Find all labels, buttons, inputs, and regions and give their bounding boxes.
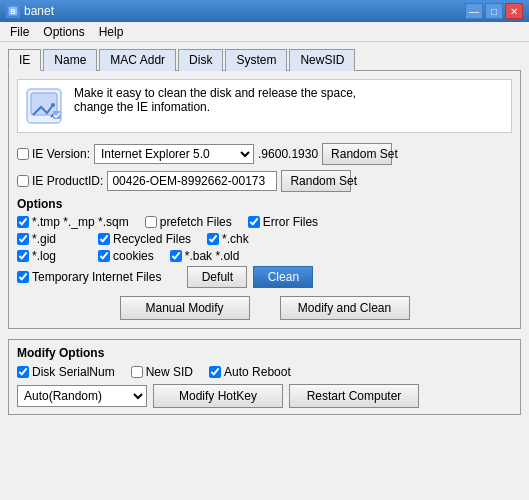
opt-bak: *.bak *.old <box>170 249 240 263</box>
modify-options-title: Modify Options <box>17 346 512 360</box>
opt-log: *.log <box>17 249 56 263</box>
opt-recycled-cb[interactable] <box>98 233 110 245</box>
info-section: Make it easy to clean the disk and relea… <box>17 79 512 133</box>
restart-computer-btn[interactable]: Restart Computer <box>289 384 419 408</box>
new-sid-label: New SID <box>131 365 193 379</box>
ie-version-label: IE Version: <box>32 147 90 161</box>
opt-cookies: cookies <box>98 249 154 263</box>
new-sid-text: New SID <box>146 365 193 379</box>
ie-version-row: IE Version: Internet Explorer 5.0 Intern… <box>17 143 512 165</box>
ie-productid-checkbox[interactable] <box>17 175 29 187</box>
svg-point-4 <box>51 103 55 107</box>
clean-btn[interactable]: Clean <box>253 266 313 288</box>
close-button[interactable]: ✕ <box>505 3 523 19</box>
svg-text:B: B <box>10 8 15 15</box>
opt-prefetch-cb[interactable] <box>145 216 157 228</box>
options-title: Options <box>17 197 512 211</box>
ie-productid-label: IE ProductID: <box>32 174 103 188</box>
modify-bottom-row: Auto(Random) Manual Modify HotKey Restar… <box>17 384 512 408</box>
modify-options-checkboxes: Disk SerialNum New SID Auto Reboot <box>17 365 512 379</box>
maximize-button[interactable]: □ <box>485 3 503 19</box>
opt-temp-label: Temporary Internet Files <box>32 270 161 284</box>
auto-reboot-cb[interactable] <box>209 366 221 378</box>
menu-help[interactable]: Help <box>93 24 130 40</box>
window-controls: — □ ✕ <box>465 3 523 19</box>
ie-panel: Make it easy to clean the disk and relea… <box>8 71 521 329</box>
opt-temp-cb[interactable] <box>17 271 29 283</box>
opt-tmp-cb[interactable] <box>17 216 29 228</box>
opt-tmp-label: *.tmp *._mp *.sqm <box>32 215 129 229</box>
auto-reboot-label: Auto Reboot <box>209 365 291 379</box>
ie-version-checkbox[interactable] <box>17 148 29 160</box>
disk-serialnum-cb[interactable] <box>17 366 29 378</box>
opt-bak-cb[interactable] <box>170 250 182 262</box>
opt-gid-cb[interactable] <box>17 233 29 245</box>
disk-serialnum-label: Disk SerialNum <box>17 365 115 379</box>
opt-error: Error Files <box>248 215 318 229</box>
main-container: IE Name MAC Addr Disk System NewSID <box>0 42 529 421</box>
opt-cookies-label: cookies <box>113 249 154 263</box>
opt-error-cb[interactable] <box>248 216 260 228</box>
menu-file[interactable]: File <box>4 24 35 40</box>
ie-productid-input[interactable] <box>107 171 277 191</box>
action-row: Manual Modify Modify and Clean <box>17 296 512 320</box>
opt-recycled-label: Recycled Files <box>113 232 191 246</box>
ie-version-dot: .9600.1930 <box>258 147 318 161</box>
info-line1: Make it easy to clean the disk and relea… <box>74 86 356 100</box>
opt-cookies-cb[interactable] <box>98 250 110 262</box>
minimize-button[interactable]: — <box>465 3 483 19</box>
manual-modify-btn[interactable]: Manual Modify <box>120 296 250 320</box>
info-icon <box>24 86 64 126</box>
opt-tmp: *.tmp *._mp *.sqm <box>17 215 129 229</box>
modify-and-clean-btn[interactable]: Modify and Clean <box>280 296 410 320</box>
modify-hotkey-btn[interactable]: Modify HotKey <box>153 384 283 408</box>
ie-productid-checkbox-label: IE ProductID: <box>17 174 103 188</box>
opt-prefetch-label: prefetch Files <box>160 215 232 229</box>
tab-newsid[interactable]: NewSID <box>289 49 355 71</box>
opt-recycled: Recycled Files <box>98 232 191 246</box>
window-title: banet <box>24 4 54 18</box>
ie-productid-random-btn[interactable]: Random Set <box>281 170 351 192</box>
opt-chk-cb[interactable] <box>207 233 219 245</box>
menu-bar: File Options Help <box>0 22 529 42</box>
ie-version-checkbox-label: IE Version: <box>17 147 90 161</box>
ie-productid-row: IE ProductID: Random Set <box>17 170 512 192</box>
ie-version-random-btn[interactable]: Random Set <box>322 143 392 165</box>
opt-log-cb[interactable] <box>17 250 29 262</box>
new-sid-cb[interactable] <box>131 366 143 378</box>
tab-system[interactable]: System <box>225 49 287 71</box>
opt-prefetch: prefetch Files <box>145 215 232 229</box>
disk-serialnum-text: Disk SerialNum <box>32 365 115 379</box>
tab-mac[interactable]: MAC Addr <box>99 49 176 71</box>
opt-chk: *.chk <box>207 232 249 246</box>
info-line2: change the IE infomation. <box>74 100 356 114</box>
app-icon: B <box>6 4 20 18</box>
opt-gid: *.gid <box>17 232 56 246</box>
tab-name[interactable]: Name <box>43 49 97 71</box>
opt-temp: Temporary Internet Files <box>17 270 161 284</box>
default-btn[interactable]: Defult <box>187 266 247 288</box>
opt-bak-label: *.bak *.old <box>185 249 240 263</box>
modify-dropdown[interactable]: Auto(Random) Manual <box>17 385 147 407</box>
ie-version-select[interactable]: Internet Explorer 5.0 Internet Explorer … <box>94 144 254 164</box>
opt-gid-label: *.gid <box>32 232 56 246</box>
tab-bar: IE Name MAC Addr Disk System NewSID <box>8 48 521 71</box>
info-text: Make it easy to clean the disk and relea… <box>74 86 356 114</box>
options-group: Options *.tmp *._mp *.sqm prefetch Files <box>17 197 512 288</box>
menu-options[interactable]: Options <box>37 24 90 40</box>
modify-options-section: Modify Options Disk SerialNum New SID Au… <box>8 339 521 415</box>
opt-error-label: Error Files <box>263 215 318 229</box>
tab-disk[interactable]: Disk <box>178 49 223 71</box>
auto-reboot-text: Auto Reboot <box>224 365 291 379</box>
tab-ie[interactable]: IE <box>8 49 41 71</box>
opt-log-label: *.log <box>32 249 56 263</box>
title-bar: B banet — □ ✕ <box>0 0 529 22</box>
opt-chk-label: *.chk <box>222 232 249 246</box>
